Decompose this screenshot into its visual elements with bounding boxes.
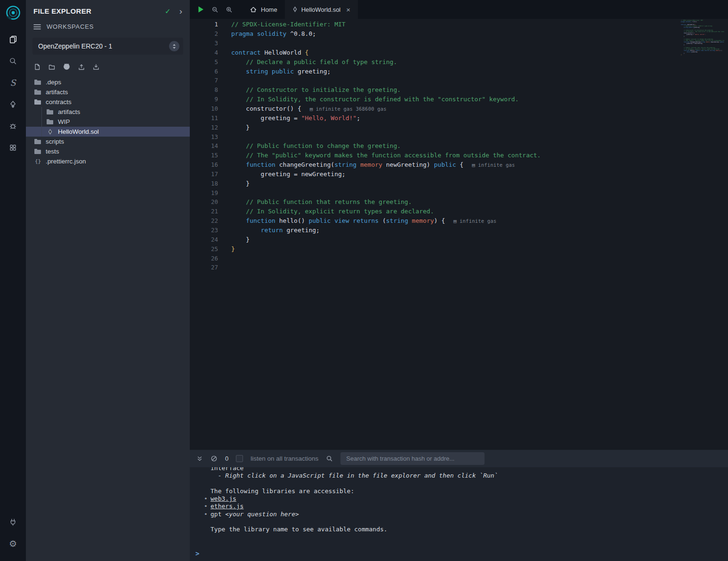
gas-estimate-widget[interactable]: ▤ infinite gas [453, 218, 496, 224]
workspaces-label: WORKSPACES [47, 23, 94, 30]
file-row-artifacts[interactable]: artifacts [26, 107, 190, 117]
token: hello() [275, 217, 308, 224]
code-text: // SPDX-License-Identifier: MIT [231, 21, 346, 28]
import-icon[interactable] [92, 63, 100, 71]
file-row--prettierrc-json[interactable]: {}.prettierrc.json [26, 156, 190, 166]
code-text: constructor() {▤ infinite gas 368600 gas [231, 105, 387, 112]
token: } [231, 180, 250, 187]
token: // Declare a public field of type string… [246, 58, 397, 65]
debugger-icon[interactable] [5, 118, 21, 134]
token: memory [360, 161, 382, 168]
settings-gear-icon[interactable]: ⚙ [5, 536, 21, 552]
file-row-artifacts[interactable]: artifacts [26, 87, 190, 97]
terminal-prompt[interactable]: > [195, 550, 199, 557]
token [331, 217, 334, 224]
tab-helloworld-sol[interactable]: HelloWorld.sol × [285, 0, 358, 19]
github-icon[interactable] [63, 63, 71, 71]
explorer-toolbar [26, 57, 190, 75]
folder-icon [46, 108, 54, 115]
line-number: 6 [190, 68, 218, 75]
file-row-contracts[interactable]: contracts [26, 97, 190, 107]
zoom-out-icon[interactable] [211, 6, 218, 13]
line-number: 16 [190, 161, 218, 168]
token: } [231, 245, 235, 252]
code-editor[interactable]: 1// SPDX-License-Identifier: MIT2pragma … [190, 19, 721, 450]
terminal-search-input[interactable] [340, 452, 485, 465]
remix-logo-icon[interactable] [4, 4, 22, 22]
file-row-wip[interactable]: WIP [26, 117, 190, 127]
token [231, 217, 246, 224]
new-file-icon[interactable] [33, 63, 41, 71]
gas-estimate-widget[interactable]: ▤ infinite gas [472, 162, 515, 168]
terminal-text: Type the library name to see available c… [210, 526, 388, 533]
token [231, 208, 246, 215]
solidity-compiler-icon[interactable]: S [5, 74, 21, 90]
file-row--deps[interactable]: .deps [26, 77, 190, 87]
token: solidity [257, 30, 287, 37]
line-number: 3 [190, 40, 218, 47]
token [231, 198, 246, 205]
file-explorer-icon[interactable] [5, 31, 21, 47]
code-text: string public greeting; [231, 68, 331, 75]
terminal-output[interactable]: interface - Right click on a JavaScript … [190, 464, 728, 541]
token: "Hello, World!" [301, 114, 356, 122]
zoom-in-icon[interactable] [226, 6, 233, 13]
line-number: 4 [190, 49, 218, 56]
workspace-selector[interactable]: OpenZeppelin ERC20 - 1 [32, 38, 183, 55]
chevron-right-icon[interactable]: › [179, 7, 182, 16]
line-number: 2 [190, 30, 218, 37]
token: ^0.8.0; [286, 30, 316, 37]
token [231, 152, 246, 159]
token: public [272, 68, 294, 75]
upload-icon[interactable] [78, 63, 85, 71]
code-text: // Constructor to initialize the greetin… [231, 86, 401, 93]
file-row-tests[interactable]: tests [26, 146, 190, 156]
token: { [305, 49, 309, 56]
new-folder-icon[interactable] [48, 63, 56, 71]
hamburger-menu-icon[interactable] [33, 24, 41, 30]
token: // Public function to change the greetin… [246, 142, 401, 149]
code-line: 27 [190, 263, 721, 272]
listen-transactions-checkbox[interactable] [236, 455, 243, 462]
run-script-icon[interactable] [197, 6, 204, 13]
line-number: 13 [190, 133, 218, 140]
search-icon[interactable] [5, 53, 21, 69]
token [231, 58, 246, 65]
code-text: // Public function that returns the gree… [231, 198, 412, 205]
folder-icon [34, 148, 42, 155]
token: string [334, 161, 356, 168]
token: view [334, 217, 349, 224]
code-line: 9 // In Solidity, the constructor is def… [190, 95, 721, 104]
gas-estimate-widget[interactable]: ▤ infinite gas 368600 gas [310, 106, 387, 112]
token: greeting; [294, 68, 331, 75]
plug-icon[interactable] [5, 514, 21, 530]
line-number: 9 [190, 96, 218, 103]
line-number: 18 [190, 180, 218, 187]
token: { [456, 161, 463, 168]
terminal-link[interactable]: ethers.js [210, 503, 243, 510]
token [356, 161, 360, 168]
token [231, 96, 246, 103]
bullet-icon: • [204, 503, 208, 510]
clear-console-icon[interactable] [210, 455, 218, 462]
terminal-line [190, 534, 728, 541]
terminal-text: - Right click on a JavaScript file in th… [210, 472, 498, 479]
line-number: 8 [190, 86, 218, 93]
tab-label: HelloWorld.sol [301, 6, 341, 13]
token: constructor() { [231, 105, 301, 112]
plugin-manager-icon[interactable] [5, 139, 21, 155]
close-tab-icon[interactable]: × [346, 6, 350, 14]
terminal-link[interactable]: web3.js [210, 495, 236, 502]
code-text: } [231, 236, 250, 243]
code-text: // Declare a public field of type string… [231, 58, 397, 65]
token: // The "public" keyword makes the functi… [246, 152, 541, 159]
code-line: 1// SPDX-License-Identifier: MIT [190, 20, 721, 29]
code-line: 15 // The "public" keyword makes the fun… [190, 151, 721, 160]
deploy-run-icon[interactable] [5, 96, 21, 112]
tab-home[interactable]: Home [242, 0, 285, 19]
file-row-scripts[interactable]: scripts [26, 137, 190, 146]
terminal-collapse-icon[interactable] [196, 455, 203, 462]
file-label: WIP [58, 118, 70, 125]
file-row-helloworld-sol[interactable]: HelloWorld.sol [26, 127, 190, 137]
workspace-switch-icon[interactable] [169, 41, 179, 51]
